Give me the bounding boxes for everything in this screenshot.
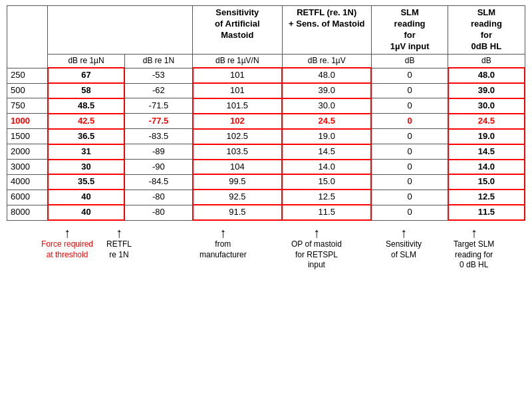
cell-freq: 1000 <box>7 114 48 129</box>
cell-slm1: 0 <box>371 205 448 220</box>
cell-retfl1: 67 <box>48 68 124 83</box>
cell-freq: 3000 <box>7 160 48 175</box>
subheader-row: dB re 1µN dB re 1N dB re 1µV/N dB re. 1µ… <box>7 54 525 68</box>
cell-freq: 2000 <box>7 144 48 160</box>
cell-retfl1: 30 <box>48 160 124 175</box>
slm1-header-line1: SLM <box>374 7 446 19</box>
cell-freq: 6000 <box>7 190 48 205</box>
arrow-group: ↑Force required at threshold <box>41 226 93 260</box>
cell-sens: 101.5 <box>193 98 282 114</box>
arrow-label: OP of mastoid for RETSPL input <box>291 239 342 271</box>
col-header-retfl2: RETFL (re. 1N) + Sens. of Mastoid <box>282 6 371 55</box>
cell-slm1: 0 <box>371 174 448 190</box>
arrow-group: ↑Sensitivity of SLM <box>386 226 422 260</box>
arrow-icon: ↑ <box>313 226 320 239</box>
col-header-sens: Sensitivity of Artificial Mastoid <box>193 6 282 55</box>
cell-sens: 99.5 <box>193 174 282 190</box>
cell-slm2: 12.5 <box>448 190 525 205</box>
table-row: 400035.5-84.599.515.0015.0 <box>7 174 525 190</box>
cell-sens: 101 <box>193 83 282 98</box>
slm2-header-line2: reading <box>450 19 522 30</box>
arrow-label: Sensitivity of SLM <box>386 239 422 260</box>
sens-header-line2b: Mastoid <box>195 30 279 41</box>
arrow-group: ↑from manufacturer <box>200 226 247 260</box>
subhdr-slm1: dB <box>371 54 448 68</box>
col-header-retfl <box>48 6 193 55</box>
arrows-section: ↑Force required at threshold↑RETFL re 1N… <box>7 226 525 279</box>
cell-retfl2: -53 <box>124 68 192 83</box>
retfl2-header-line2: + Sens. of Mastoid <box>285 19 369 30</box>
subhdr-slm2: dB <box>448 54 525 68</box>
cell-slm1: 0 <box>371 129 448 144</box>
cell-sens: 103.5 <box>193 144 282 160</box>
table-row: 600040-8092.512.5012.5 <box>7 190 525 205</box>
cell-retfl2v: 30.0 <box>282 98 371 114</box>
table-body: 25067-5310148.0048.050058-6210139.0039.0… <box>7 68 525 220</box>
cell-sens: 101 <box>193 68 282 83</box>
cell-retfl2: -71.5 <box>124 98 192 114</box>
arrow-group: ↑OP of mastoid for RETSPL input <box>291 226 342 271</box>
cell-retfl2v: 19.0 <box>282 129 371 144</box>
slm1-header-line4: 1µV input <box>374 41 446 53</box>
cell-sens: 92.5 <box>193 190 282 205</box>
cell-slm1: 0 <box>371 68 448 83</box>
cell-slm1: 0 <box>371 144 448 160</box>
arrow-icon: ↑ <box>400 226 407 239</box>
cell-slm2: 24.5 <box>448 114 525 129</box>
cell-sens: 102.5 <box>193 129 282 144</box>
table-row: 150036.5-83.5102.519.0019.0 <box>7 129 525 144</box>
cell-sens: 104 <box>193 160 282 175</box>
cell-slm2: 14.0 <box>448 160 525 175</box>
slm1-header-line3: for <box>374 30 446 41</box>
cell-sens: 91.5 <box>193 205 282 220</box>
cell-retfl2: -80 <box>124 205 192 220</box>
col-header-slm1: SLM reading for 1µV input <box>371 6 448 55</box>
cell-freq: 1500 <box>7 129 48 144</box>
sens-header-line2a: of Artificial <box>195 19 279 30</box>
cell-freq: 8000 <box>7 205 48 220</box>
table-row: 800040-8091.511.5011.5 <box>7 205 525 220</box>
table-row: 200031-89103.514.5014.5 <box>7 144 525 160</box>
cell-slm1: 0 <box>371 160 448 175</box>
cell-retfl1: 42.5 <box>48 114 124 129</box>
subhdr-retfl2: dB re 1N <box>124 54 192 68</box>
cell-slm2: 39.0 <box>448 83 525 98</box>
cell-retfl2v: 24.5 <box>282 114 371 129</box>
cell-slm2: 11.5 <box>448 205 525 220</box>
col-header-freq <box>7 6 48 68</box>
cell-slm2: 15.0 <box>448 174 525 190</box>
arrow-label: Target SLM reading for 0 dB HL <box>454 239 494 271</box>
cell-retfl2v: 15.0 <box>282 174 371 190</box>
arrow-label: RETFL re 1N <box>106 239 132 260</box>
cell-retfl1: 48.5 <box>48 98 124 114</box>
slm1-header-line2: reading <box>374 19 446 30</box>
sens-header-line1: Sensitivity <box>195 7 279 19</box>
arrow-icon: ↑ <box>64 226 70 239</box>
col-header-slm2: SLM reading for 0dB HL <box>448 6 525 55</box>
arrow-label: Force required at threshold <box>41 239 93 260</box>
main-table: Sensitivity of Artificial Mastoid RETFL … <box>7 5 525 221</box>
cell-retfl2: -62 <box>124 83 192 98</box>
cell-slm1: 0 <box>371 114 448 129</box>
cell-retfl2v: 14.5 <box>282 144 371 160</box>
cell-freq: 250 <box>7 68 48 83</box>
arrow-group: ↑Target SLM reading for 0 dB HL <box>454 226 494 271</box>
cell-retfl1: 40 <box>48 190 124 205</box>
cell-retfl2: -90 <box>124 160 192 175</box>
cell-retfl1: 58 <box>48 83 124 98</box>
cell-retfl2v: 12.5 <box>282 190 371 205</box>
cell-slm2: 48.0 <box>448 68 525 83</box>
cell-retfl1: 36.5 <box>48 129 124 144</box>
table-row: 75048.5-71.5101.530.0030.0 <box>7 98 525 114</box>
table-row: 300030-9010414.0014.0 <box>7 160 525 175</box>
cell-retfl2v: 11.5 <box>282 205 371 220</box>
arrow-label: from manufacturer <box>200 239 247 260</box>
cell-freq: 4000 <box>7 174 48 190</box>
cell-retfl2v: 14.0 <box>282 160 371 175</box>
cell-retfl2: -84.5 <box>124 174 192 190</box>
arrow-group: ↑RETFL re 1N <box>106 226 132 260</box>
table-row: 25067-5310148.0048.0 <box>7 68 525 83</box>
cell-slm1: 0 <box>371 83 448 98</box>
slm2-header-line3: for <box>450 30 522 41</box>
table-row: 50058-6210139.0039.0 <box>7 83 525 98</box>
